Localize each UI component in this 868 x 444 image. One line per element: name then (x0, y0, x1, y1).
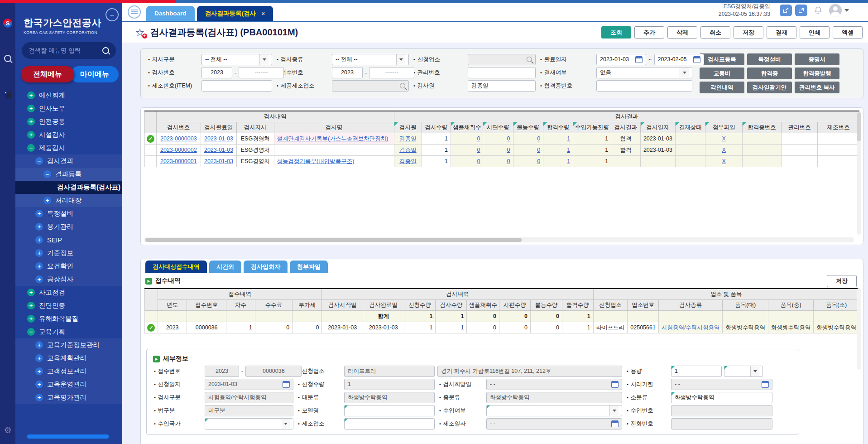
capacity-input[interactable]: 1 (671, 366, 722, 377)
year-input[interactable]: 2023 (205, 366, 239, 377)
sidebar-item[interactable]: +시설검사 (15, 128, 122, 141)
expand-icon[interactable]: + (35, 223, 43, 231)
cell-link[interactable]: 2023-01-03 (204, 135, 233, 142)
quick-button-7[interactable]: 각인내역 (700, 82, 744, 93)
subtab[interactable]: 시간외 (209, 261, 241, 273)
sidebar-item[interactable]: +진단인증 (15, 299, 122, 312)
detail-text-field[interactable] (344, 405, 435, 416)
cell-link[interactable]: 0 (477, 135, 480, 142)
action-button-4[interactable]: 취소 (700, 26, 730, 39)
cell-link[interactable]: 0 (507, 135, 510, 142)
sidebar-item[interactable]: +용기관리 (15, 220, 122, 233)
rail-search-icon[interactable] (0, 51, 15, 66)
cell-link[interactable]: 1 (567, 135, 570, 142)
sidebar-item[interactable]: +기준정보 (15, 246, 122, 260)
expand-icon[interactable]: + (35, 381, 43, 388)
table-row[interactable]: 202300000361002023-01-032023-01-03110001… (145, 322, 859, 333)
expand-icon[interactable]: + (27, 302, 35, 309)
my-menu-button[interactable]: 마이메뉴 (71, 66, 119, 82)
save-button[interactable]: 저장 (827, 275, 857, 287)
detail-date-field[interactable]: - - (671, 379, 772, 390)
sidebar-item[interactable]: +교육계획관리 (15, 352, 122, 365)
chevron-down-icon[interactable] (281, 419, 290, 429)
cell-link[interactable]: X (722, 135, 725, 142)
expand-icon[interactable]: + (43, 197, 51, 204)
apps-grid-icon[interactable] (0, 87, 15, 102)
expand-icon[interactable]: + (35, 354, 43, 362)
sidebar-item[interactable]: +요건확인 (15, 260, 122, 273)
detail-text-field[interactable]: 미구분 (205, 405, 293, 416)
chevron-down-icon[interactable] (396, 54, 405, 65)
cell-link[interactable]: 1 (567, 158, 570, 164)
action-button-3[interactable]: 삭제 (667, 26, 697, 39)
expand-icon[interactable]: + (35, 210, 43, 217)
cell-link[interactable]: 2023-01-03 (204, 158, 233, 164)
expand-icon[interactable]: + (27, 105, 35, 112)
year-input[interactable]: 2023 (201, 67, 232, 78)
expand-icon[interactable]: + (35, 262, 43, 270)
table-row[interactable]: 2023-00000022023-01-03ESG경영처김종일100011합격2… (145, 145, 859, 156)
filter-search-field[interactable] (332, 80, 409, 92)
horizontal-scrollbar[interactable] (144, 237, 854, 242)
cell-link[interactable]: 2023-0000001 (160, 158, 197, 164)
detail-text-field[interactable]: 시험용역/수탁시험용역 (205, 392, 293, 403)
sidebar-item[interactable]: +처리대장 (15, 194, 122, 207)
detail-date-field[interactable]: - - (486, 418, 622, 430)
filter-text-field[interactable] (201, 80, 272, 92)
tab-dashboard[interactable]: Dashboard (146, 6, 195, 21)
cell-link[interactable]: 2023-01-03 (204, 147, 233, 153)
notification-bell-icon[interactable] (814, 6, 823, 15)
sidebar-scrollbar-thumb[interactable] (27, 434, 109, 439)
sidebar-item[interactable]: −결과등록 (15, 168, 122, 181)
expand-icon[interactable]: + (27, 131, 35, 139)
chevron-down-icon[interactable] (750, 366, 759, 376)
popup-copy-icon[interactable] (795, 5, 807, 16)
collapse-icon[interactable]: − (27, 144, 35, 152)
detail-date-field[interactable]: - - (486, 379, 622, 390)
sidebar-item[interactable]: +공장심사 (15, 273, 122, 286)
expand-icon[interactable]: + (35, 236, 43, 244)
sidebar-item[interactable]: +사고점검 (15, 286, 122, 299)
action-button-8[interactable]: 엑셀 (833, 26, 863, 39)
sidebar-item[interactable]: +교육평가관리 (15, 391, 122, 404)
table-row[interactable]: 2023-00000012023-01-03ESG경영처성능검정기록부(내압방폭… (145, 156, 859, 167)
hamburger-menu-icon[interactable] (128, 5, 141, 19)
action-button-7[interactable]: 인쇄 (800, 26, 830, 39)
calendar-icon[interactable] (611, 420, 619, 427)
sidebar-item[interactable]: +인사노무 (15, 102, 122, 115)
collapse-icon[interactable]: − (27, 328, 35, 336)
search-icon[interactable] (102, 47, 109, 54)
vertical-scrollbar-thumb[interactable] (857, 112, 861, 141)
calendar-icon[interactable] (635, 56, 643, 63)
cell-link[interactable]: 0 (507, 147, 510, 153)
sidebar-collapse-button[interactable]: ← (106, 8, 119, 21)
sidebar-item[interactable]: +안전공통 (15, 115, 122, 128)
subtab[interactable]: 검사입회자 (244, 261, 288, 273)
sidebar-item-selected[interactable]: 검사결과등록(검사표) (15, 181, 122, 194)
cell-link[interactable]: 설계단계검사기록부(가스누출경보차단장치) (277, 135, 388, 142)
action-button-5[interactable]: 저장 (734, 26, 763, 39)
cell-link[interactable]: 0 (537, 147, 540, 153)
filter-search-field[interactable] (468, 54, 536, 65)
detail-select-field[interactable] (205, 418, 293, 430)
filter-select-field[interactable]: 없음 (596, 67, 692, 78)
serial-input[interactable]: ------- (369, 67, 414, 78)
cell-link[interactable]: 2023-0000003 (160, 135, 197, 142)
avatar[interactable] (829, 4, 842, 17)
sidebar-item[interactable]: +고객정보관리 (15, 365, 122, 378)
expand-icon[interactable]: + (27, 92, 35, 99)
vertical-scrollbar[interactable] (857, 111, 861, 235)
filter-select-field[interactable]: -- 전체 -- (332, 54, 409, 65)
detail-text-field[interactable] (671, 405, 772, 416)
expand-icon[interactable]: + (35, 367, 43, 375)
chevron-down-icon[interactable] (259, 54, 269, 65)
sidebar-item[interactable]: −검사결과 (15, 154, 122, 168)
sidebar-item[interactable]: −교육기획 (15, 325, 122, 338)
quick-button-8[interactable]: 검사일괄기안 (747, 82, 792, 93)
action-button-2[interactable]: 추가 (634, 26, 664, 39)
quick-button-9[interactable]: 관리번호 복사 (795, 82, 839, 93)
search-icon[interactable] (527, 57, 532, 62)
all-menu-button[interactable]: 전체메뉴 (21, 66, 74, 82)
chevron-down-icon[interactable] (680, 68, 689, 78)
action-button-6[interactable]: 결재 (767, 26, 796, 39)
